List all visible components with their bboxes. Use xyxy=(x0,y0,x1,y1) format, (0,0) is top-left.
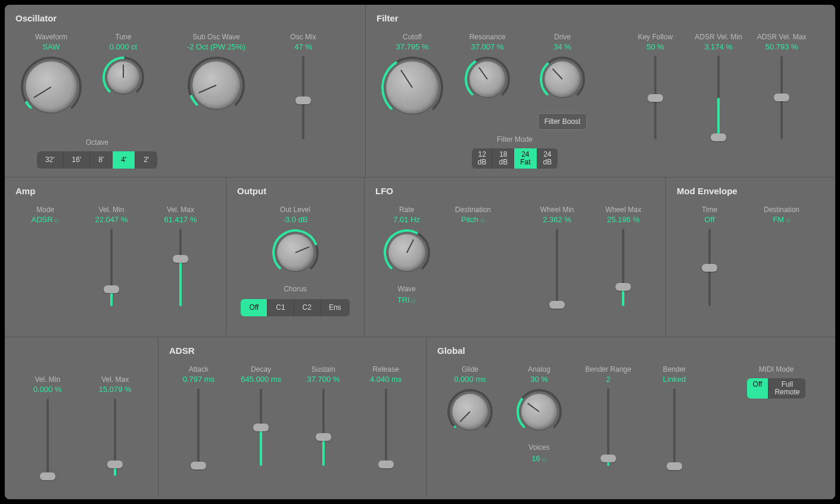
sustain-value[interactable]: 37.700 % xyxy=(307,375,340,384)
seg-opt-c2[interactable]: C2 xyxy=(294,299,321,316)
r3-velmax-slider[interactable] xyxy=(109,399,121,476)
r3-velmin-value[interactable]: 0.000 % xyxy=(33,385,62,394)
seg-opt-4-[interactable]: 4' xyxy=(113,151,135,169)
wheelmax-value[interactable]: 25.196 % xyxy=(607,215,640,224)
chorus-segment: OffC1C2Ens xyxy=(241,299,349,316)
seg-opt-24-fat[interactable]: 24Fat xyxy=(514,148,537,169)
resonance-value[interactable]: 37.007 % xyxy=(471,42,504,51)
subosc-knob[interactable] xyxy=(187,56,245,114)
section-title-lfo: LFO xyxy=(375,186,655,196)
cutoff-value[interactable]: 37.795 % xyxy=(396,42,429,51)
benderrange-value[interactable]: 2 xyxy=(606,375,610,384)
amp-velmin-value[interactable]: 22.047 % xyxy=(95,215,128,224)
cutoff-knob[interactable] xyxy=(381,56,444,119)
seg-opt-24-db[interactable]: 24dB xyxy=(537,148,558,169)
voices-value[interactable]: 16 xyxy=(531,454,546,463)
wheelmax-slider[interactable] xyxy=(617,229,629,306)
lfo-rate-value[interactable]: 7.01 Hz xyxy=(393,215,420,224)
drive-knob[interactable] xyxy=(539,56,586,102)
keyfollow-slider[interactable] xyxy=(649,56,661,139)
voices-label: Voices xyxy=(528,443,549,452)
seg-opt-off[interactable]: Off xyxy=(241,299,267,316)
waveform-knob[interactable] xyxy=(20,56,82,118)
wheelmin-slider[interactable] xyxy=(551,229,563,306)
seg-opt-off[interactable]: Off xyxy=(747,378,769,399)
wheelmin-value[interactable]: 2.362 % xyxy=(543,215,571,224)
decay-value[interactable]: 645.000 ms xyxy=(241,375,281,384)
release-value[interactable]: 4.040 ms xyxy=(370,375,402,384)
seg-opt-full-remote[interactable]: FullRemote xyxy=(769,378,805,399)
bender-slider[interactable] xyxy=(668,388,680,466)
oscmix-label: Osc Mix xyxy=(290,33,316,41)
chorus-label: Chorus xyxy=(284,285,307,293)
seg-opt-2-[interactable]: 2' xyxy=(135,151,157,169)
amp-velmax-label: Vel. Max xyxy=(167,206,194,214)
sustain-label: Sustain xyxy=(312,365,335,374)
r3-velmin-slider[interactable] xyxy=(42,399,54,476)
outlevel-value[interactable]: -3.0 dB xyxy=(283,215,308,224)
adsrvelmin-label: ADSR Vel. Min xyxy=(695,33,742,41)
seg-opt-18-db[interactable]: 18dB xyxy=(493,148,514,169)
adsrvelmax-value[interactable]: 50.793 % xyxy=(766,42,798,51)
attack-slider[interactable] xyxy=(192,388,204,466)
amp-mode-value[interactable]: ADSR xyxy=(32,215,60,224)
seg-opt-ens[interactable]: Ens xyxy=(321,299,350,316)
section-title-filter: Filter xyxy=(377,13,825,23)
section-title-oscillator: Oscillator xyxy=(15,13,354,23)
oscmix-value[interactable]: 47 % xyxy=(294,42,312,51)
lfo-wave-value[interactable]: TRI xyxy=(397,295,416,304)
seg-opt-12-db[interactable]: 12dB xyxy=(472,148,493,169)
filter-boost-button[interactable]: Filter Boost xyxy=(538,113,587,130)
attack-value[interactable]: 0.797 ms xyxy=(183,375,214,384)
analog-value[interactable]: 30 % xyxy=(530,375,548,384)
glide-knob[interactable] xyxy=(447,388,493,435)
modenv-time-slider[interactable] xyxy=(704,229,715,306)
benderrange-slider[interactable] xyxy=(602,388,614,466)
analog-knob[interactable] xyxy=(516,388,562,435)
section-title-amp: Amp xyxy=(15,186,215,196)
seg-opt-8-[interactable]: 8' xyxy=(90,151,113,169)
lfo-rate-knob[interactable] xyxy=(383,229,431,276)
tune-value[interactable]: 0.000 ct xyxy=(110,42,137,51)
decay-slider[interactable] xyxy=(255,388,267,466)
bender-value[interactable]: Linked xyxy=(663,375,686,384)
keyfollow-value[interactable]: 50 % xyxy=(646,42,664,51)
cutoff-label: Cutoff xyxy=(403,33,422,41)
adsrvelmin-slider[interactable] xyxy=(713,56,724,139)
amp-velmax-slider[interactable] xyxy=(175,229,186,306)
lfo-dest-label: Destination xyxy=(455,206,491,214)
attack-label: Attack xyxy=(189,365,209,374)
release-slider[interactable] xyxy=(380,388,392,466)
wheelmax-label: Wheel Max xyxy=(605,206,641,214)
outlevel-label: Out Level xyxy=(280,206,310,214)
r3-velmax-value[interactable]: 15.079 % xyxy=(99,385,132,394)
seg-opt-32-[interactable]: 32' xyxy=(37,151,64,169)
waveform-value[interactable]: SAW xyxy=(42,42,60,51)
bender-label: Bender xyxy=(663,365,686,374)
subosc-value[interactable]: -2 Oct (PW 25%) xyxy=(187,42,245,51)
modenv-dest-value[interactable]: FM xyxy=(773,215,791,224)
seg-opt-16-[interactable]: 16' xyxy=(64,151,91,169)
lfo-wave-label: Wave xyxy=(398,285,416,293)
amp-velmax-value[interactable]: 61.417 % xyxy=(164,215,197,224)
decay-label: Decay xyxy=(251,365,271,374)
benderrange-label: Bender Range xyxy=(585,365,631,374)
lfo-dest-value[interactable]: Pitch xyxy=(461,215,485,224)
resonance-knob[interactable] xyxy=(464,56,511,102)
adsrvelmin-value[interactable]: 3.174 % xyxy=(704,42,733,51)
amp-velmin-slider[interactable] xyxy=(105,229,117,306)
keyfollow-label: Key Follow xyxy=(638,33,673,41)
filtermode-label: Filter Mode xyxy=(449,135,580,144)
sustain-slider[interactable] xyxy=(318,388,329,466)
r3-velmin-label: Vel. Min xyxy=(35,375,60,384)
modenv-time-value[interactable]: Off xyxy=(704,215,714,224)
drive-value[interactable]: 34 % xyxy=(553,42,571,51)
resonance-label: Resonance xyxy=(469,33,506,41)
tune-knob[interactable] xyxy=(102,56,145,99)
adsrvelmax-slider[interactable] xyxy=(776,56,788,139)
filtermode-segment: 12dB18dB24Fat24dB xyxy=(472,148,558,169)
oscmix-slider[interactable] xyxy=(297,56,309,139)
seg-opt-c1[interactable]: C1 xyxy=(267,299,294,316)
outlevel-knob[interactable] xyxy=(272,229,319,276)
glide-value[interactable]: 0.000 ms xyxy=(454,375,486,384)
